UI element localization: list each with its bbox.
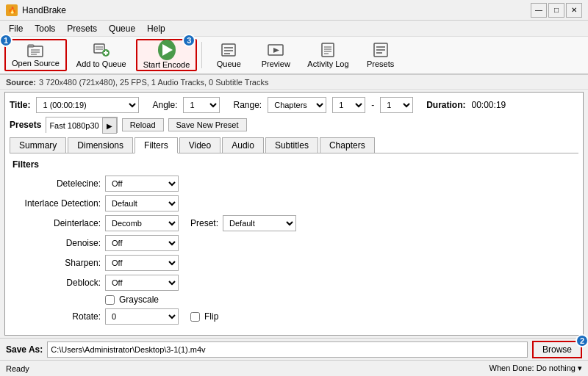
activity-log-label: Activity Log: [307, 59, 348, 68]
duration-value: 00:00:19: [472, 100, 506, 110]
close-button[interactable]: ✕: [566, 3, 582, 18]
title-bar: 🔥 HandBrake — □ ✕: [0, 0, 588, 21]
sharpen-label: Sharpen:: [12, 258, 101, 268]
activity-log-icon: [319, 42, 337, 58]
range-from-select[interactable]: 1: [332, 97, 365, 113]
content-area: Title: 1 (00:00:19) Angle: 1 Range: Chap…: [4, 92, 584, 336]
preset-value: Fast 1080p30: [46, 118, 101, 134]
angle-select[interactable]: 1: [183, 97, 220, 113]
presets-toolbar-button[interactable]: Presets: [359, 39, 403, 71]
deinterlace-preset-select[interactable]: DefaultFast: [223, 215, 296, 231]
range-type-select[interactable]: Chapters: [268, 97, 326, 113]
tab-dimensions[interactable]: Dimensions: [68, 137, 133, 153]
deinterlace-row: Deinterlace: DecombYadifOff Preset: Defa…: [12, 215, 578, 231]
preview-button[interactable]: Preview: [254, 39, 298, 71]
title-row: Title: 1 (00:00:19) Angle: 1 Range: Chap…: [10, 97, 578, 113]
svg-rect-1: [28, 45, 34, 47]
menu-help[interactable]: Help: [141, 22, 171, 35]
presets-label: Presets: [10, 120, 41, 130]
grayscale-row: Grayscale: [12, 294, 578, 305]
source-value: 3 720x480 (721x480), 25 FPS, 1 Audio Tra…: [39, 78, 268, 87]
reload-button[interactable]: Reload: [122, 118, 164, 131]
flip-label[interactable]: Flip: [204, 311, 218, 322]
tab-summary[interactable]: Summary: [10, 137, 66, 153]
interlace-label: Interlace Detection:: [12, 198, 101, 209]
grayscale-label[interactable]: Grayscale: [119, 294, 159, 305]
range-to-select[interactable]: 1: [380, 97, 413, 113]
badge-2: 2: [576, 334, 588, 347]
status-bar: Ready When Done: Do nothing ▾: [0, 360, 588, 376]
title-bar-left: 🔥 HandBrake: [6, 4, 66, 16]
filters-panel: Filters Detelecine: OffDefaultCustom Int…: [10, 159, 578, 325]
menu-file[interactable]: File: [3, 22, 29, 35]
rotate-select[interactable]: 090180270: [105, 308, 179, 325]
tab-video[interactable]: Video: [179, 137, 220, 153]
toolbar: Open Source 1 Add to Queue 3: [0, 37, 588, 75]
minimize-button[interactable]: —: [531, 3, 547, 18]
svg-rect-0: [28, 46, 43, 57]
deinterlace-label: Deinterlace:: [12, 218, 101, 228]
rotate-label: Rotate:: [12, 311, 101, 322]
open-source-button[interactable]: Open Source: [4, 39, 67, 71]
status-ready: Ready: [6, 364, 29, 373]
flip-checkbox[interactable]: [190, 312, 200, 322]
sharpen-select[interactable]: OffUnsharp: [105, 255, 179, 271]
title-select[interactable]: 1 (00:00:19): [36, 97, 139, 113]
tab-chapters[interactable]: Chapters: [320, 137, 375, 153]
deblock-row: Deblock: OffDefault: [12, 275, 578, 291]
range-label: Range:: [233, 100, 262, 110]
title-bar-controls: — □ ✕: [531, 3, 582, 18]
duration-label: Duration:: [426, 100, 465, 110]
grayscale-checkbox[interactable]: [105, 295, 115, 305]
source-bar: Source: 3 720x480 (721x480), 25 FPS, 1 A…: [0, 75, 588, 90]
menu-queue[interactable]: Queue: [103, 22, 141, 35]
when-done-area: When Done: Do nothing ▾: [490, 364, 582, 373]
save-path-input[interactable]: [47, 341, 528, 358]
activity-log-button[interactable]: Activity Log: [301, 39, 355, 71]
deinterlace-preset-label: Preset:: [190, 218, 218, 228]
app-icon: 🔥: [6, 4, 18, 16]
preview-label: Preview: [262, 59, 290, 68]
tab-filters[interactable]: Filters: [135, 137, 178, 153]
interlace-select[interactable]: DefaultOff: [105, 195, 179, 212]
sharpen-row: Sharpen: OffUnsharp: [12, 255, 578, 271]
start-encode-label: Start Encode: [143, 60, 190, 69]
rotate-row: Rotate: 090180270 Flip: [12, 308, 578, 325]
angle-label: Angle:: [152, 100, 177, 110]
detelecine-row: Detelecine: OffDefaultCustom: [12, 176, 578, 192]
tab-subtitles[interactable]: Subtitles: [265, 137, 318, 153]
preset-row: Presets Fast 1080p30 ▶ Reload Save New P…: [10, 117, 578, 133]
menu-tools[interactable]: Tools: [29, 22, 61, 35]
queue-button[interactable]: Queue: [207, 39, 251, 71]
title-field-label: Title:: [10, 100, 30, 110]
main-window: 🔥 HandBrake — □ ✕ File Tools Presets Que…: [0, 0, 588, 376]
menu-bar: File Tools Presets Queue Help: [0, 21, 588, 37]
start-encode-icon: [158, 41, 176, 59]
app-title: HandBrake: [22, 5, 66, 15]
denoise-select[interactable]: OffNLMeans: [105, 235, 179, 251]
presets-toolbar-label: Presets: [367, 59, 394, 68]
preset-arrow-button[interactable]: ▶: [102, 118, 117, 134]
when-done-label: When Done:: [490, 364, 534, 372]
denoise-row: Denoise: OffNLMeans: [12, 235, 578, 251]
detelecine-select[interactable]: OffDefaultCustom: [105, 176, 179, 192]
interlace-row: Interlace Detection: DefaultOff: [12, 195, 578, 212]
filters-section-title: Filters: [12, 159, 578, 170]
tabs: Summary Dimensions Filters Video Audio S…: [10, 137, 578, 153]
preview-icon: [267, 42, 284, 58]
save-as-bar: Save As: Browse 2: [0, 338, 588, 360]
deblock-select[interactable]: OffDefault: [105, 275, 179, 291]
when-done-value[interactable]: Do nothing ▾: [537, 364, 582, 372]
save-new-preset-button[interactable]: Save New Preset: [168, 118, 247, 131]
presets-icon: [372, 42, 390, 58]
maximize-button[interactable]: □: [548, 3, 564, 18]
add-to-queue-button[interactable]: Add to Queue: [70, 39, 133, 71]
denoise-label: Denoise:: [12, 238, 101, 248]
browse-button[interactable]: Browse: [532, 341, 582, 358]
tab-audio[interactable]: Audio: [222, 137, 264, 153]
add-queue-icon: [93, 42, 110, 58]
deinterlace-select[interactable]: DecombYadifOff: [105, 215, 179, 231]
toolbar-separator-1: [201, 42, 202, 68]
menu-presets[interactable]: Presets: [61, 22, 103, 35]
svg-marker-16: [273, 48, 279, 53]
